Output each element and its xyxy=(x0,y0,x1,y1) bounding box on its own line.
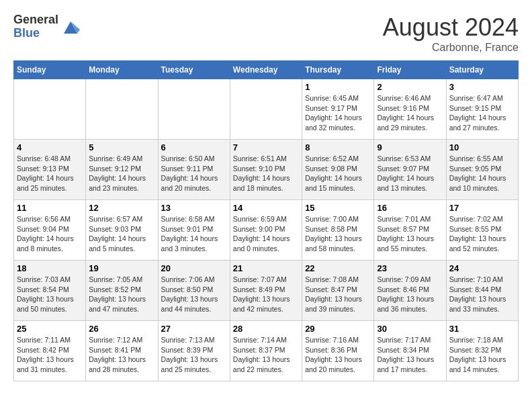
calendar-cell: 24Sunrise: 7:10 AM Sunset: 8:44 PM Dayli… xyxy=(446,261,518,321)
day-number: 28 xyxy=(233,324,299,334)
header-day-tuesday: Tuesday xyxy=(158,61,230,79)
day-info: Sunrise: 7:14 AM Sunset: 8:37 PM Dayligh… xyxy=(233,335,299,375)
day-info: Sunrise: 6:48 AM Sunset: 9:13 PM Dayligh… xyxy=(17,154,83,193)
calendar-table: SundayMondayTuesdayWednesdayThursdayFrid… xyxy=(13,60,519,381)
calendar-cell: 28Sunrise: 7:14 AM Sunset: 8:37 PM Dayli… xyxy=(230,321,302,381)
week-row-4: 18Sunrise: 7:03 AM Sunset: 8:54 PM Dayli… xyxy=(14,261,519,321)
logo-blue: Blue xyxy=(13,27,58,40)
day-number: 7 xyxy=(233,142,299,152)
location: Carbonne, France xyxy=(383,42,519,54)
day-info: Sunrise: 6:59 AM Sunset: 9:00 PM Dayligh… xyxy=(233,214,299,254)
calendar-cell: 12Sunrise: 6:57 AM Sunset: 9:03 PM Dayli… xyxy=(86,200,158,261)
calendar-cell: 8Sunrise: 6:52 AM Sunset: 9:08 PM Daylig… xyxy=(302,140,374,200)
calendar-cell: 10Sunrise: 6:55 AM Sunset: 9:05 PM Dayli… xyxy=(446,140,518,200)
day-info: Sunrise: 7:12 AM Sunset: 8:41 PM Dayligh… xyxy=(89,335,154,375)
calendar-cell: 17Sunrise: 7:02 AM Sunset: 8:55 PM Dayli… xyxy=(446,200,518,261)
header-day-friday: Friday xyxy=(374,61,446,79)
week-row-3: 11Sunrise: 6:56 AM Sunset: 9:04 PM Dayli… xyxy=(14,200,519,261)
header-day-sunday: Sunday xyxy=(14,61,86,79)
calendar-cell: 22Sunrise: 7:08 AM Sunset: 8:47 PM Dayli… xyxy=(302,261,374,321)
calendar-cell xyxy=(230,79,302,140)
page-header: General Blue August 2024 Carbonne, Franc… xyxy=(13,13,519,54)
day-info: Sunrise: 7:13 AM Sunset: 8:39 PM Dayligh… xyxy=(161,335,227,375)
calendar-cell: 7Sunrise: 6:51 AM Sunset: 9:10 PM Daylig… xyxy=(230,140,302,200)
day-number: 22 xyxy=(305,263,371,273)
day-info: Sunrise: 6:45 AM Sunset: 9:17 PM Dayligh… xyxy=(305,93,371,133)
day-info: Sunrise: 7:16 AM Sunset: 8:36 PM Dayligh… xyxy=(305,335,371,375)
day-number: 24 xyxy=(449,263,515,273)
calendar-cell: 5Sunrise: 6:49 AM Sunset: 9:12 PM Daylig… xyxy=(86,140,158,200)
logo-general: General xyxy=(13,13,58,27)
calendar-cell: 30Sunrise: 7:17 AM Sunset: 8:34 PM Dayli… xyxy=(374,321,446,381)
day-info: Sunrise: 6:52 AM Sunset: 9:08 PM Dayligh… xyxy=(305,154,371,193)
day-info: Sunrise: 6:49 AM Sunset: 9:12 PM Dayligh… xyxy=(89,154,154,193)
day-number: 6 xyxy=(161,142,227,152)
day-number: 1 xyxy=(305,82,371,92)
calendar-cell: 6Sunrise: 6:50 AM Sunset: 9:11 PM Daylig… xyxy=(158,140,230,200)
day-info: Sunrise: 6:50 AM Sunset: 9:11 PM Dayligh… xyxy=(161,154,227,193)
calendar-cell: 25Sunrise: 7:11 AM Sunset: 8:42 PM Dayli… xyxy=(14,321,86,381)
day-number: 17 xyxy=(449,203,515,213)
day-number: 21 xyxy=(233,263,299,273)
day-info: Sunrise: 7:02 AM Sunset: 8:55 PM Dayligh… xyxy=(449,214,515,254)
week-row-5: 25Sunrise: 7:11 AM Sunset: 8:42 PM Dayli… xyxy=(14,321,519,381)
calendar-cell: 27Sunrise: 7:13 AM Sunset: 8:39 PM Dayli… xyxy=(158,321,230,381)
day-info: Sunrise: 6:56 AM Sunset: 9:04 PM Dayligh… xyxy=(17,214,83,254)
calendar-cell: 20Sunrise: 7:06 AM Sunset: 8:50 PM Dayli… xyxy=(158,261,230,321)
month-title: August 2024 xyxy=(383,13,519,42)
day-info: Sunrise: 7:03 AM Sunset: 8:54 PM Dayligh… xyxy=(17,275,83,314)
title-area: August 2024 Carbonne, France xyxy=(383,13,519,54)
calendar-cell: 1Sunrise: 6:45 AM Sunset: 9:17 PM Daylig… xyxy=(302,79,374,140)
calendar-cell: 16Sunrise: 7:01 AM Sunset: 8:57 PM Dayli… xyxy=(374,200,446,261)
calendar-cell: 3Sunrise: 6:47 AM Sunset: 9:15 PM Daylig… xyxy=(446,79,518,140)
calendar-cell: 29Sunrise: 7:16 AM Sunset: 8:36 PM Dayli… xyxy=(302,321,374,381)
day-info: Sunrise: 6:58 AM Sunset: 9:01 PM Dayligh… xyxy=(161,214,227,254)
day-number: 8 xyxy=(305,142,371,152)
day-info: Sunrise: 7:05 AM Sunset: 8:52 PM Dayligh… xyxy=(89,275,154,314)
calendar-cell: 13Sunrise: 6:58 AM Sunset: 9:01 PM Dayli… xyxy=(158,200,230,261)
day-info: Sunrise: 6:55 AM Sunset: 9:05 PM Dayligh… xyxy=(449,154,515,193)
day-info: Sunrise: 7:00 AM Sunset: 8:58 PM Dayligh… xyxy=(305,214,371,254)
day-info: Sunrise: 7:07 AM Sunset: 8:49 PM Dayligh… xyxy=(233,275,299,314)
day-info: Sunrise: 6:46 AM Sunset: 9:16 PM Dayligh… xyxy=(377,93,443,133)
header-row: SundayMondayTuesdayWednesdayThursdayFrid… xyxy=(14,61,519,79)
day-info: Sunrise: 7:18 AM Sunset: 8:32 PM Dayligh… xyxy=(449,335,515,375)
header-day-thursday: Thursday xyxy=(302,61,374,79)
calendar-cell xyxy=(14,79,86,140)
day-number: 31 xyxy=(449,324,515,334)
day-number: 2 xyxy=(377,82,443,92)
header-day-saturday: Saturday xyxy=(446,61,518,79)
day-info: Sunrise: 6:57 AM Sunset: 9:03 PM Dayligh… xyxy=(89,214,154,254)
day-info: Sunrise: 7:06 AM Sunset: 8:50 PM Dayligh… xyxy=(161,275,227,314)
day-info: Sunrise: 7:11 AM Sunset: 8:42 PM Dayligh… xyxy=(17,335,83,375)
day-number: 3 xyxy=(449,82,515,92)
day-info: Sunrise: 7:01 AM Sunset: 8:57 PM Dayligh… xyxy=(377,214,443,254)
day-number: 20 xyxy=(161,263,227,273)
day-number: 10 xyxy=(449,142,515,152)
header-day-wednesday: Wednesday xyxy=(230,61,302,79)
day-info: Sunrise: 7:10 AM Sunset: 8:44 PM Dayligh… xyxy=(449,275,515,314)
calendar-cell: 18Sunrise: 7:03 AM Sunset: 8:54 PM Dayli… xyxy=(14,261,86,321)
day-info: Sunrise: 6:51 AM Sunset: 9:10 PM Dayligh… xyxy=(233,154,299,193)
calendar-cell: 26Sunrise: 7:12 AM Sunset: 8:41 PM Dayli… xyxy=(86,321,158,381)
calendar-cell: 23Sunrise: 7:09 AM Sunset: 8:46 PM Dayli… xyxy=(374,261,446,321)
day-number: 13 xyxy=(161,203,227,213)
day-number: 18 xyxy=(17,263,83,273)
calendar-cell: 15Sunrise: 7:00 AM Sunset: 8:58 PM Dayli… xyxy=(302,200,374,261)
day-info: Sunrise: 7:09 AM Sunset: 8:46 PM Dayligh… xyxy=(377,275,443,314)
header-day-monday: Monday xyxy=(86,61,158,79)
day-info: Sunrise: 6:53 AM Sunset: 9:07 PM Dayligh… xyxy=(377,154,443,193)
calendar-cell: 9Sunrise: 6:53 AM Sunset: 9:07 PM Daylig… xyxy=(374,140,446,200)
calendar-cell: 4Sunrise: 6:48 AM Sunset: 9:13 PM Daylig… xyxy=(14,140,86,200)
day-number: 26 xyxy=(89,324,154,334)
logo-icon xyxy=(61,17,80,36)
day-number: 25 xyxy=(17,324,83,334)
calendar-cell: 21Sunrise: 7:07 AM Sunset: 8:49 PM Dayli… xyxy=(230,261,302,321)
day-number: 14 xyxy=(233,203,299,213)
day-info: Sunrise: 7:08 AM Sunset: 8:47 PM Dayligh… xyxy=(305,275,371,314)
calendar-cell: 19Sunrise: 7:05 AM Sunset: 8:52 PM Dayli… xyxy=(86,261,158,321)
calendar-cell: 14Sunrise: 6:59 AM Sunset: 9:00 PM Dayli… xyxy=(230,200,302,261)
day-number: 9 xyxy=(377,142,443,152)
day-number: 5 xyxy=(89,142,154,152)
calendar-cell: 31Sunrise: 7:18 AM Sunset: 8:32 PM Dayli… xyxy=(446,321,518,381)
